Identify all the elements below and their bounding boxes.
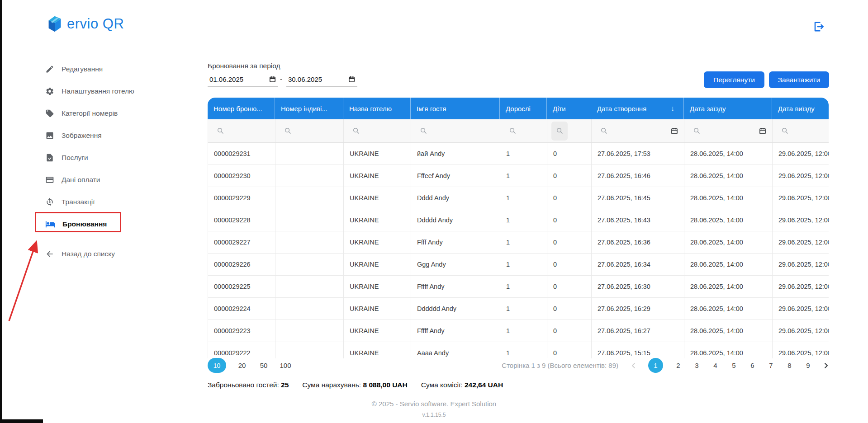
sidebar-item-images[interactable]: Зображення <box>45 124 152 146</box>
column-header[interactable]: Діти <box>547 98 591 119</box>
page-size-option[interactable]: 20 <box>236 362 248 369</box>
sidebar-item-label: Категорії номерів <box>62 109 118 118</box>
filter-cell[interactable] <box>773 119 829 142</box>
page-number[interactable]: 9 <box>805 362 811 369</box>
servio-cube-icon <box>44 14 65 34</box>
column-header[interactable]: Ім'я гостя <box>411 98 500 119</box>
column-header[interactable]: Дата створення↓ <box>591 98 684 119</box>
search-icon[interactable] <box>504 122 521 141</box>
search-icon[interactable] <box>415 122 432 141</box>
table-cell: 29.06.2025, 12:00 <box>773 231 829 253</box>
search-icon[interactable] <box>551 122 568 141</box>
search-icon[interactable] <box>348 122 364 141</box>
table-cell: йай Andy <box>411 143 500 164</box>
column-header[interactable]: Номер броню... <box>208 98 275 119</box>
filter-cell[interactable] <box>344 119 411 142</box>
table-cell: 28.06.2025, 14:00 <box>684 320 773 342</box>
page-number[interactable]: 3 <box>693 362 700 369</box>
page-number[interactable]: 5 <box>730 362 737 369</box>
sidebar-item-room-categories[interactable]: Категорії номерів <box>45 102 152 124</box>
sidebar-item-label: Дані оплати <box>62 176 100 184</box>
calendar-icon[interactable] <box>348 75 356 83</box>
sidebar-item-payment-data[interactable]: Дані оплати <box>45 169 152 191</box>
calendar-icon[interactable] <box>670 127 678 135</box>
table-cell: 1 <box>500 231 547 253</box>
search-icon[interactable] <box>688 122 705 141</box>
table-cell <box>275 231 344 253</box>
table-row[interactable]: 0000029229UKRAINEDddd Andy1027.06.2025, … <box>208 187 829 209</box>
sidebar-item-transactions[interactable]: Транзакції <box>45 191 152 213</box>
sidebar-item-edit[interactable]: Редагування <box>45 58 152 80</box>
column-header[interactable]: Дорослі <box>500 98 547 119</box>
search-icon[interactable] <box>777 122 793 141</box>
column-header[interactable]: Назва готелю <box>343 98 411 119</box>
filter-cell[interactable] <box>684 119 773 142</box>
table-cell: Dddddd Andy <box>411 298 500 320</box>
table-row[interactable]: 0000029230UKRAINEFffeef Andy1027.06.2025… <box>208 165 829 187</box>
arrow-down-icon[interactable]: ↓ <box>671 104 674 113</box>
window-edge-bottom <box>0 419 43 423</box>
back-arrow-icon <box>45 249 54 258</box>
table-cell: 29.06.2025, 12:00 <box>773 342 829 358</box>
page-number[interactable]: 2 <box>675 362 682 369</box>
calendar-icon[interactable] <box>269 75 276 83</box>
search-icon[interactable] <box>596 122 612 141</box>
filter-cell[interactable] <box>592 119 684 142</box>
table-cell: UKRAINE <box>344 320 411 342</box>
sidebar-item-hotel-settings[interactable]: Налаштування готелю <box>45 80 152 102</box>
table-row[interactable]: 0000029222UKRAINEAaaa Andy1027.06.2025, … <box>208 342 829 358</box>
sidebar-item-bookings[interactable]: Бронювання <box>45 213 152 235</box>
transactions-icon <box>45 197 54 207</box>
column-header-label: Дата виїзду <box>778 105 815 113</box>
page-size-option[interactable]: 50 <box>258 362 270 369</box>
logout-button[interactable] <box>812 20 825 33</box>
table-cell: 28.06.2025, 14:00 <box>684 231 773 253</box>
table-row[interactable]: 0000029227UKRAINEFfff Andy1027.06.2025, … <box>208 231 829 254</box>
chevron-left-icon[interactable] <box>631 362 637 369</box>
column-header[interactable]: Дата заїзду <box>684 98 772 119</box>
calendar-icon[interactable] <box>759 127 767 135</box>
sidebar-item-services[interactable]: Послуги <box>45 146 152 169</box>
table-row[interactable]: 0000029231UKRAINEйай Andy1027.06.2025, 1… <box>208 143 829 165</box>
table-cell: 29.06.2025, 12:00 <box>773 209 829 231</box>
table-row[interactable]: 0000029224UKRAINEDddddd Andy1027.06.2025… <box>208 298 829 320</box>
table-row[interactable]: 0000029223UKRAINEFffff Andy1027.06.2025,… <box>208 320 829 342</box>
sidebar-item-back-to-list[interactable]: Назад до списку <box>45 243 152 265</box>
page-size-option[interactable]: 10 <box>208 358 226 373</box>
table-cell: UKRAINE <box>344 254 411 275</box>
download-button[interactable]: Завантажити <box>769 71 829 88</box>
column-header[interactable]: Номер індиві... <box>275 98 343 119</box>
filter-cell[interactable] <box>411 119 500 142</box>
chevron-right-icon[interactable] <box>823 362 829 369</box>
page-number[interactable]: 7 <box>768 362 774 369</box>
filter-cell[interactable] <box>275 119 344 142</box>
table-cell: 29.06.2025, 12:00 <box>773 254 829 275</box>
column-header[interactable]: Дата виїзду <box>772 98 829 119</box>
search-icon[interactable] <box>280 122 296 141</box>
page-number[interactable]: 4 <box>712 362 719 369</box>
filter-cell[interactable] <box>500 119 547 142</box>
view-button[interactable]: Переглянути <box>704 71 764 88</box>
table-row[interactable]: 0000029225UKRAINEFffff Andy1027.06.2025,… <box>208 276 829 298</box>
table-cell: 27.06.2025, 16:43 <box>592 209 684 231</box>
table-cell: 29.06.2025, 12:00 <box>773 187 829 209</box>
page-number[interactable]: 1 <box>648 358 663 373</box>
table-cell: 29.06.2025, 12:00 <box>773 276 829 297</box>
pencil-icon <box>45 65 54 74</box>
summary-bar: Заброньовано гостей: 25 Сума нарахувань:… <box>208 381 503 389</box>
page-number[interactable]: 6 <box>749 362 756 369</box>
page-size-option[interactable]: 100 <box>280 362 291 369</box>
date-to-input[interactable]: 30.06.2025 <box>286 72 357 87</box>
table-row[interactable]: 0000029226UKRAINEGgg Andy1027.06.2025, 1… <box>208 254 829 276</box>
search-icon[interactable] <box>212 122 228 141</box>
column-header-label: Дата створення <box>597 105 646 113</box>
page-number[interactable]: 8 <box>786 362 793 369</box>
table-cell: 0 <box>547 209 592 231</box>
table-cell: UKRAINE <box>344 298 411 320</box>
date-from-input[interactable]: 01.06.2025 <box>208 72 278 87</box>
table-cell: 29.06.2025, 12:00 <box>773 143 829 164</box>
bed-icon <box>45 219 55 229</box>
table-row[interactable]: 0000029228UKRAINEDdddd Andy1027.06.2025,… <box>208 209 829 231</box>
filter-cell[interactable] <box>208 119 275 142</box>
filter-cell[interactable] <box>547 119 592 142</box>
